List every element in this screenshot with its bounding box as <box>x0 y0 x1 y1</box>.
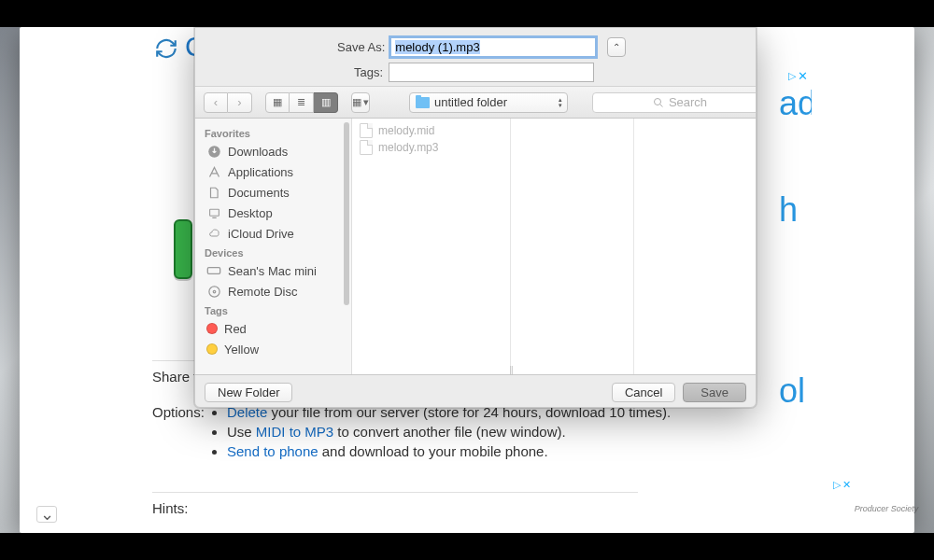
save-as-input[interactable] <box>390 37 596 57</box>
sidebar-scrollbar[interactable] <box>344 122 349 305</box>
option-convert: Use MIDI to MP3 to convert another file … <box>227 422 671 441</box>
view-list-button[interactable]: ≣ <box>290 92 314 113</box>
svg-point-0 <box>654 98 660 105</box>
grid-small-icon: ▦ <box>352 96 361 108</box>
tags-header: Tags <box>195 301 351 318</box>
save-dialog: Save As: ⌃ Tags: ‹ › ▦ ≣ ▥ ▦▾ untitled f… <box>194 27 757 408</box>
applications-icon <box>206 164 221 179</box>
grid-icon: ▦ <box>273 96 282 108</box>
watermark: Producer Society <box>846 476 927 541</box>
sidebar-item-desktop[interactable]: Desktop <box>195 203 351 223</box>
svg-point-6 <box>208 286 219 296</box>
new-folder-button[interactable]: New Folder <box>205 383 292 402</box>
file-icon <box>360 140 373 155</box>
sidebar-tag-yellow[interactable]: Yellow <box>195 339 351 359</box>
tag-dot-icon <box>206 323 218 334</box>
ad-close-icon[interactable]: ✕ <box>798 69 808 83</box>
sidebar-item-downloads[interactable]: Downloads <box>195 141 351 161</box>
refresh-icon <box>152 35 180 63</box>
sidebar-item-icloud[interactable]: iCloud Drive <box>195 223 351 244</box>
expand-toggle-button[interactable]: ⌃ <box>607 37 626 57</box>
devices-header: Devices <box>195 244 351 260</box>
sidebar-item-macmini[interactable]: Sean's Mac mini <box>195 260 351 281</box>
location-popup[interactable]: untitled folder ▴▾ <box>409 92 568 113</box>
sidebar: Favorites Downloads Applications Documen… <box>195 119 352 374</box>
tags-label: Tags: <box>354 65 383 79</box>
download-icon <box>206 144 221 159</box>
options-list: Delete your file from our server (store … <box>210 402 671 461</box>
sidebar-item-remotedisc[interactable]: Remote Disc <box>195 281 351 301</box>
arrange-button[interactable]: ▦▾ <box>351 92 370 113</box>
favorites-header: Favorites <box>195 124 351 141</box>
chevron-left-icon: ‹ <box>214 95 218 109</box>
nav-back-button[interactable]: ‹ <box>204 92 228 113</box>
sidebar-item-documents[interactable]: Documents <box>195 182 351 203</box>
ad-arrow-icon: ▷ <box>833 479 841 491</box>
desktop-icon <box>206 205 221 220</box>
file-icon <box>360 123 373 138</box>
nav-forward-button[interactable]: › <box>228 92 252 113</box>
collapse-chevron-icon[interactable]: ⌄ <box>36 506 57 523</box>
svg-rect-3 <box>209 209 219 216</box>
cloud-icon <box>206 226 221 241</box>
file-column-empty <box>634 119 757 374</box>
hints-label: Hints: <box>152 492 638 516</box>
disc-icon <box>206 284 221 299</box>
save-as-label: Save As: <box>337 40 385 54</box>
sidebar-item-applications[interactable]: Applications <box>195 161 351 182</box>
chevron-down-icon: ▾ <box>363 96 369 108</box>
dialog-toolbar: ‹ › ▦ ≣ ▥ ▦▾ untitled folder ▴▾ Search <box>195 86 756 119</box>
option-phone: Send to phone and download to your mobil… <box>227 441 671 461</box>
column-resize-handle[interactable]: ‖ <box>509 365 518 374</box>
file-column: melody.mid melody.mp3 <box>352 119 511 374</box>
save-button[interactable]: Save <box>683 383 746 402</box>
svg-line-1 <box>659 104 662 106</box>
file-row[interactable]: melody.mp3 <box>352 139 510 156</box>
folder-icon <box>416 97 430 108</box>
location-name: untitled folder <box>434 95 507 109</box>
view-icons-button[interactable]: ▦ <box>265 92 290 113</box>
chevron-up-icon: ⌃ <box>613 42 620 52</box>
side-ad: ad h ol <box>779 83 812 456</box>
svg-rect-5 <box>207 268 219 274</box>
ad-badge-top[interactable]: ▷✕ <box>788 69 808 83</box>
option-phone-link[interactable]: Send to phone <box>227 443 318 459</box>
search-icon <box>653 97 664 108</box>
file-row[interactable]: melody.mid <box>352 122 510 139</box>
list-icon: ≣ <box>297 96 305 108</box>
ad-arrow-icon: ▷ <box>788 70 796 82</box>
download-button-partial[interactable] <box>174 219 192 279</box>
option-midi-link[interactable]: MIDI to MP3 <box>256 424 333 440</box>
updown-icon: ▴▾ <box>559 97 562 108</box>
cancel-button[interactable]: Cancel <box>612 383 675 402</box>
computer-icon <box>206 263 221 278</box>
documents-icon <box>206 185 221 200</box>
file-column-empty <box>511 119 634 374</box>
chevron-right-icon: › <box>237 95 241 109</box>
sidebar-tag-red[interactable]: Red <box>195 318 351 339</box>
columns-icon: ▥ <box>321 96 331 108</box>
search-placeholder: Search <box>669 95 707 109</box>
tags-input[interactable] <box>389 63 594 82</box>
tag-dot-icon <box>206 343 218 355</box>
search-input[interactable]: Search <box>592 92 757 113</box>
svg-point-7 <box>213 290 216 293</box>
view-columns-button[interactable]: ▥ <box>314 92 338 113</box>
